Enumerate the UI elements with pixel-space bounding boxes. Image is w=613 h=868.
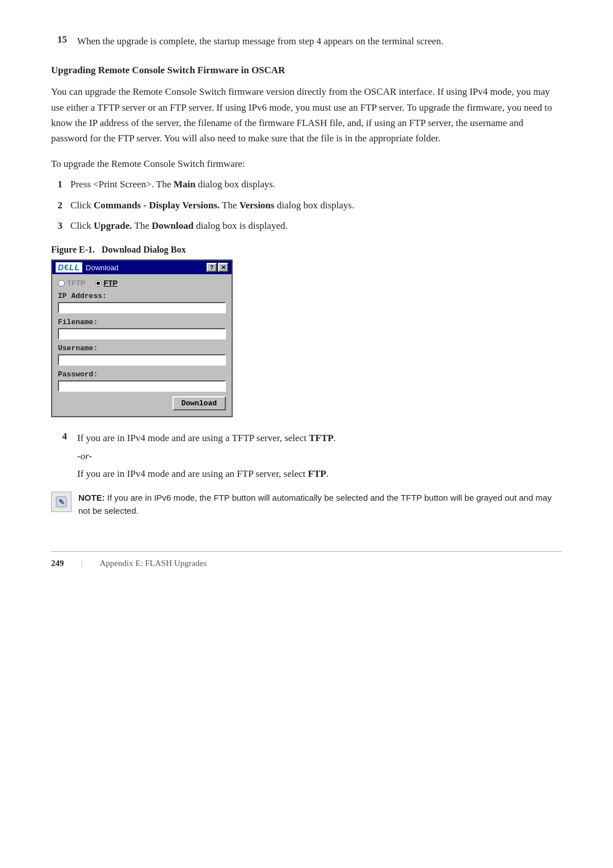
tftp-radio-circle xyxy=(58,280,65,287)
steps-list: 1 Press <Print Screen>. The Main dialog … xyxy=(51,177,562,233)
dialog-btn-row: Download xyxy=(58,396,226,410)
ftp-radio-option[interactable]: FTP xyxy=(95,279,118,287)
password-label: Password: xyxy=(58,370,226,379)
note-box: ✎ NOTE: If you are in IPv6 mode, the FTP… xyxy=(51,492,562,517)
footer-separator: | xyxy=(81,559,83,568)
list-item: 1 Press <Print Screen>. The Main dialog … xyxy=(51,177,562,192)
to-upgrade-text: To upgrade the Remote Console Switch fir… xyxy=(51,156,562,171)
svg-text:✎: ✎ xyxy=(58,498,65,506)
titlebar-buttons: ? ✕ xyxy=(207,263,228,272)
dialog-title-text: Download xyxy=(86,263,119,272)
footer-text: Appendix E: FLASH Upgrades xyxy=(100,559,207,568)
step-4-text1: If you are in IPv4 mode and are using a … xyxy=(77,431,336,446)
step-2-num: 2 xyxy=(51,198,62,213)
pencil-icon: ✎ xyxy=(55,496,68,508)
step-2-content: Click Commands - Display Versions. The V… xyxy=(70,198,562,213)
figure-label-bold: Figure E-1. xyxy=(51,245,95,254)
or-line: -or- xyxy=(77,451,562,462)
username-label: Username: xyxy=(58,344,226,353)
list-item: 2 Click Commands - Display Versions. The… xyxy=(51,198,562,213)
tftp-label: TFTP xyxy=(67,279,86,287)
help-button[interactable]: ? xyxy=(207,263,217,272)
ip-address-input[interactable] xyxy=(58,302,226,313)
step-15-number: 15 xyxy=(51,34,67,49)
note-body: If you are in IPv6 mode, the FTP button … xyxy=(78,493,552,515)
page-footer: 249 | Appendix E: FLASH Upgrades xyxy=(51,551,562,568)
step-4-num: 4 xyxy=(51,431,67,446)
username-input[interactable] xyxy=(58,354,226,366)
filename-input[interactable] xyxy=(58,328,226,339)
step-15-text: When the upgrade is complete, the startu… xyxy=(77,34,443,49)
step-3-content: Click Upgrade. The Download dialog box i… xyxy=(70,219,562,233)
close-button[interactable]: ✕ xyxy=(218,263,228,272)
filename-label: Filename: xyxy=(58,318,226,326)
note-text: NOTE: If you are in IPv6 mode, the FTP b… xyxy=(78,492,562,517)
dialog-titlebar: D€LL Download ? ✕ xyxy=(52,261,232,274)
dialog-download-button[interactable]: Download xyxy=(173,396,226,410)
ftp-label: FTP xyxy=(104,279,118,287)
dialog-body: TFTP FTP IP Address: Filename: Username:… xyxy=(52,274,232,416)
step-1-content: Press <Print Screen>. The Main dialog bo… xyxy=(70,177,562,192)
step-4-text2: If you are in IPv4 mode and are using an… xyxy=(77,467,562,481)
ftp-radio-circle xyxy=(95,280,102,287)
download-dialog-box: D€LL Download ? ✕ TFTP FTP IP Address: F… xyxy=(51,259,233,417)
page-number: 249 xyxy=(51,559,64,568)
step-1-num: 1 xyxy=(51,177,62,192)
figure-title: Download Dialog Box xyxy=(102,245,186,254)
step-4-row: 4 If you are in IPv4 mode and are using … xyxy=(51,431,562,446)
titlebar-left: D€LL Download xyxy=(56,262,119,272)
note-label: NOTE: xyxy=(78,493,105,502)
dell-logo: D€LL xyxy=(56,262,82,272)
step-15: 15 When the upgrade is complete, the sta… xyxy=(51,34,562,49)
note-icon: ✎ xyxy=(51,492,72,512)
step-3-num: 3 xyxy=(51,219,62,233)
password-input[interactable] xyxy=(58,380,226,392)
section-heading: Upgrading Remote Console Switch Firmware… xyxy=(51,65,562,76)
figure-label: Figure E-1. Download Dialog Box xyxy=(51,245,562,255)
ip-address-label: IP Address: xyxy=(58,292,226,300)
radio-row: TFTP FTP xyxy=(58,279,226,287)
intro-paragraph: You can upgrade the Remote Console Switc… xyxy=(51,84,562,146)
list-item: 3 Click Upgrade. The Download dialog box… xyxy=(51,219,562,233)
tftp-radio-option[interactable]: TFTP xyxy=(58,279,86,287)
step-4-block: 4 If you are in IPv4 mode and are using … xyxy=(51,431,562,481)
